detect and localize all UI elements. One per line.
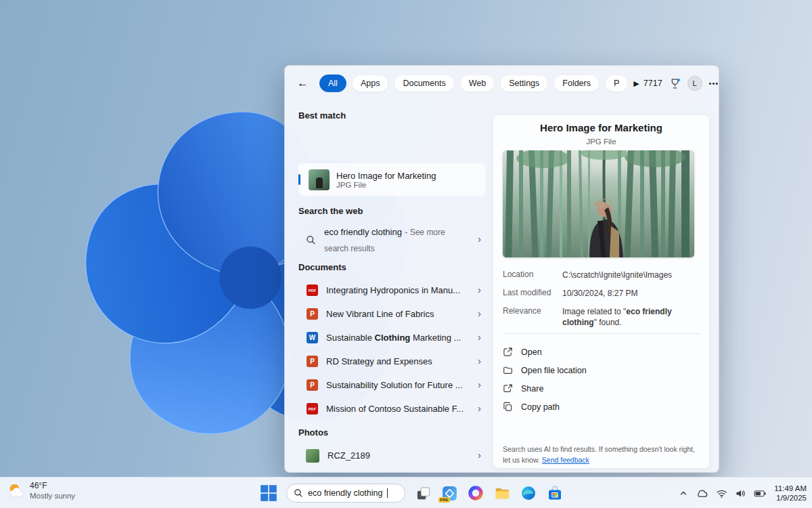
folder-icon bbox=[503, 365, 513, 375]
tab-folders[interactable]: Folders bbox=[554, 75, 600, 92]
preview-subtitle: JPG File bbox=[493, 137, 709, 146]
modified-label: Last modified bbox=[503, 288, 551, 297]
clock[interactable]: 11:49 AM 1/9/2025 bbox=[774, 484, 807, 503]
search-flyout: ← All Apps Documents Web Settings Folder… bbox=[284, 65, 719, 473]
more-options-icon[interactable]: ••• bbox=[709, 79, 719, 87]
location-value: C:\scratch\Ignite\Ignite\Images bbox=[562, 270, 700, 280]
document-result[interactable]: P RD Strategy and Expenses › bbox=[298, 350, 485, 373]
desktop: ← All Apps Documents Web Settings Folder… bbox=[0, 0, 812, 508]
tab-apps[interactable]: Apps bbox=[352, 75, 389, 92]
relevance-value: Image related to "eco friendly clothing"… bbox=[562, 306, 700, 328]
tab-settings[interactable]: Settings bbox=[500, 75, 548, 92]
copy-icon bbox=[503, 402, 513, 412]
document-result[interactable]: P Sustainability Solution for Future ...… bbox=[298, 373, 485, 397]
chevron-right-icon[interactable]: › bbox=[478, 402, 481, 414]
search-icon bbox=[294, 488, 303, 498]
tray-date: 1/9/2025 bbox=[774, 493, 807, 503]
powerpoint-icon: P bbox=[307, 379, 318, 391]
tab-photos-truncated[interactable]: P bbox=[605, 75, 628, 92]
copy-path-action[interactable]: Copy path bbox=[503, 398, 699, 416]
chevron-right-icon[interactable]: › bbox=[478, 331, 481, 343]
modified-value: 10/30/2024, 8:27 PM bbox=[562, 288, 700, 299]
rewards-icon[interactable] bbox=[669, 78, 681, 89]
web-search-result[interactable]: eco friendly clothing - See more search … bbox=[298, 223, 485, 257]
best-match-title: Hero Image for Marketing bbox=[336, 171, 436, 181]
preview-title: Hero Image for Marketing bbox=[493, 122, 709, 133]
web-section-header: Search the web bbox=[298, 206, 363, 216]
photos-section-header: Photos bbox=[298, 427, 328, 438]
microsoft-store-button[interactable] bbox=[546, 484, 564, 502]
tab-all[interactable]: All bbox=[319, 75, 346, 92]
best-match-result[interactable]: Hero Image for Marketing JPG File bbox=[298, 163, 485, 196]
tab-documents[interactable]: Documents bbox=[394, 75, 454, 92]
tray-expand-icon[interactable] bbox=[679, 488, 688, 498]
weather-widget[interactable]: 46°F Mostly sunny bbox=[7, 481, 75, 501]
account-avatar[interactable]: L bbox=[687, 76, 702, 91]
best-match-subtitle: JPG File bbox=[336, 181, 436, 189]
text-cursor bbox=[387, 488, 388, 498]
wifi-icon[interactable] bbox=[716, 488, 727, 499]
web-query-text: eco friendly clothing bbox=[324, 227, 402, 237]
onedrive-icon[interactable] bbox=[696, 488, 708, 499]
ai-disclaimer: Search uses AI to find results. If somet… bbox=[503, 444, 704, 466]
start-button[interactable] bbox=[260, 484, 277, 502]
word-icon: W bbox=[307, 332, 318, 343]
taskbar-search-value: eco friendly clothing bbox=[308, 488, 382, 498]
tab-web[interactable]: Web bbox=[460, 75, 495, 92]
task-view-button[interactable] bbox=[414, 484, 432, 502]
best-match-thumbnail bbox=[309, 169, 330, 190]
battery-icon[interactable] bbox=[754, 488, 767, 499]
document-result[interactable]: W Sustainable Clothing Marketing ... › bbox=[298, 326, 485, 350]
copilot-taskbar-button[interactable] bbox=[467, 484, 484, 502]
pdf-icon: PDF bbox=[307, 284, 318, 296]
edge-browser-button[interactable] bbox=[520, 484, 537, 502]
selection-indicator bbox=[298, 174, 300, 185]
search-icon bbox=[306, 235, 316, 245]
taskbar: 46°F Mostly sunny eco friendly clothing bbox=[0, 477, 812, 508]
open-file-location-action[interactable]: Open file location bbox=[503, 361, 699, 379]
weather-icon bbox=[7, 482, 25, 500]
share-icon bbox=[503, 383, 513, 394]
weather-condition: Mostly sunny bbox=[30, 491, 75, 501]
powerpoint-icon: P bbox=[307, 308, 318, 320]
back-icon[interactable]: ← bbox=[297, 77, 309, 90]
chevron-right-icon[interactable]: › bbox=[478, 284, 481, 295]
preview-image bbox=[503, 150, 694, 257]
photo-result[interactable]: RCZ_3241 › bbox=[298, 467, 485, 472]
send-feedback-link[interactable]: Send feedback bbox=[542, 456, 589, 464]
photo-thumbnail bbox=[306, 449, 319, 463]
divider bbox=[503, 333, 700, 334]
chevron-right-icon[interactable]: › bbox=[478, 449, 481, 461]
tray-time: 11:49 AM bbox=[774, 484, 807, 493]
search-tabs-bar: ← All Apps Documents Web Settings Folder… bbox=[285, 66, 719, 101]
chevron-right-icon[interactable]: › bbox=[478, 233, 481, 245]
document-result[interactable]: P New Vibrant Line of Fabrics › bbox=[298, 302, 485, 326]
powerpoint-icon: P bbox=[307, 356, 318, 367]
open-action[interactable]: Open bbox=[503, 343, 699, 361]
document-result[interactable]: PDF Integrating Hydroponics in Manu... › bbox=[298, 278, 485, 302]
best-match-header: Best match bbox=[298, 110, 346, 121]
tabs-scroll-right-icon[interactable]: ▶ bbox=[633, 79, 639, 88]
documents-section-header: Documents bbox=[298, 262, 346, 272]
weather-temp: 46°F bbox=[30, 481, 75, 491]
share-action[interactable]: Share bbox=[503, 379, 699, 398]
results-list: Best match Hero Image for Marketing JPG … bbox=[298, 101, 495, 472]
volume-icon[interactable] bbox=[735, 488, 746, 499]
document-result[interactable]: PDF Mission of Contoso Sustainable F... … bbox=[298, 397, 485, 421]
chevron-right-icon[interactable]: › bbox=[478, 355, 481, 366]
pre-badge: PRE bbox=[438, 497, 450, 503]
preview-pane: Hero Image for Marketing JPG File bbox=[493, 114, 710, 469]
relevance-label: Relevance bbox=[503, 306, 541, 316]
dev-home-button[interactable]: PRE bbox=[441, 484, 458, 502]
taskbar-search-input[interactable]: eco friendly clothing bbox=[286, 484, 405, 503]
chevron-right-icon[interactable]: › bbox=[478, 308, 481, 319]
location-label: Location bbox=[503, 270, 533, 279]
chevron-right-icon[interactable]: › bbox=[478, 379, 481, 390]
open-external-icon bbox=[503, 347, 513, 357]
photo-result[interactable]: RCZ_2189 › bbox=[298, 444, 485, 467]
rewards-points: 7717 bbox=[644, 79, 662, 88]
file-explorer-button[interactable] bbox=[493, 484, 511, 502]
pdf-icon: PDF bbox=[307, 403, 318, 415]
